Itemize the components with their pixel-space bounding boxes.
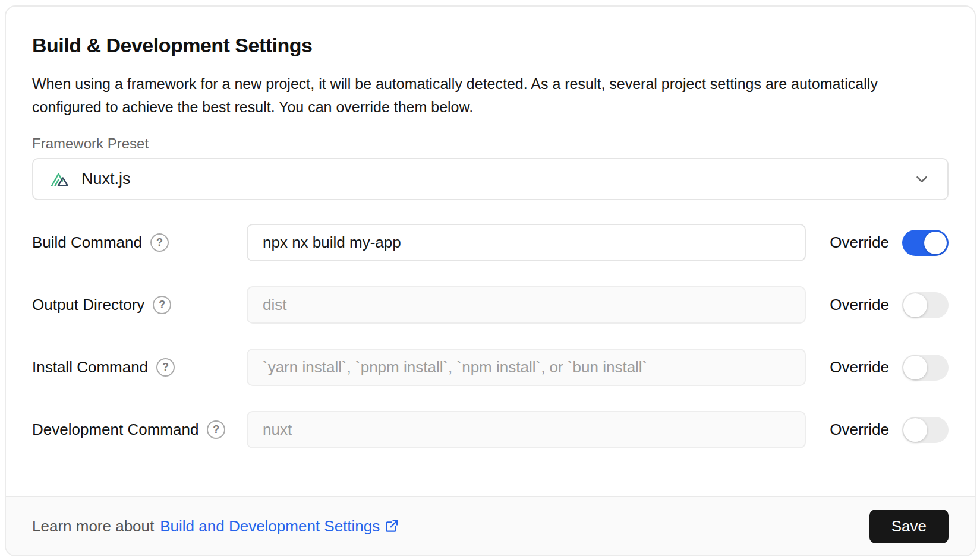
toggle-knob xyxy=(924,232,947,254)
link-text: Build and Development Settings xyxy=(160,517,380,536)
setting-row-build-command: Build Command ? Override xyxy=(32,224,949,261)
learn-more-text: Learn more about Build and Development S… xyxy=(32,517,399,536)
setting-row-development-command: Development Command ? Override xyxy=(32,411,949,448)
build-command-input[interactable] xyxy=(247,224,806,261)
description: When using a framework for a new project… xyxy=(32,72,949,119)
override-label: Override xyxy=(830,233,889,252)
card-body: Build & Development Settings When using … xyxy=(6,7,975,496)
row-label: Development Command ? xyxy=(32,420,247,439)
row-label: Install Command ? xyxy=(32,358,247,377)
development-command-input xyxy=(247,411,806,448)
override-label: Override xyxy=(830,358,889,377)
development-command-override-toggle[interactable] xyxy=(902,417,949,443)
help-icon[interactable]: ? xyxy=(150,233,169,252)
install-command-label: Install Command xyxy=(32,358,148,377)
build-dev-settings-card: Build & Development Settings When using … xyxy=(5,5,976,556)
chevron-down-icon xyxy=(913,170,931,188)
build-dev-settings-link[interactable]: Build and Development Settings xyxy=(160,517,399,536)
help-icon[interactable]: ? xyxy=(153,296,171,314)
setting-row-install-command: Install Command ? Override xyxy=(32,349,949,386)
help-icon[interactable]: ? xyxy=(156,358,175,377)
output-directory-label: Output Directory xyxy=(32,296,144,314)
setting-row-output-directory: Output Directory ? Override xyxy=(32,286,949,324)
output-directory-override-toggle[interactable] xyxy=(902,292,949,318)
toggle-knob xyxy=(903,356,927,379)
install-command-override-toggle[interactable] xyxy=(902,355,949,381)
install-command-input xyxy=(247,349,806,386)
framework-preset-label: Framework Preset xyxy=(32,135,949,152)
card-footer: Learn more about Build and Development S… xyxy=(6,496,975,555)
learn-more-prefix: Learn more about xyxy=(32,517,154,536)
help-icon[interactable]: ? xyxy=(207,420,225,439)
override-label: Override xyxy=(830,420,889,439)
row-label: Build Command ? xyxy=(32,233,247,252)
external-link-icon xyxy=(384,518,399,534)
framework-preset-select[interactable]: Nuxt.js xyxy=(32,158,949,200)
save-button[interactable]: Save xyxy=(869,510,949,543)
page-title: Build & Development Settings xyxy=(32,34,949,57)
description-line-1: When using a framework for a new project… xyxy=(32,75,878,92)
settings-rows: Build Command ? Override Output Director… xyxy=(32,224,949,448)
development-command-label: Development Command xyxy=(32,420,198,439)
description-line-2: configured to achieve the best result. Y… xyxy=(32,99,473,115)
toggle-knob xyxy=(903,418,927,442)
framework-preset-value: Nuxt.js xyxy=(81,170,131,188)
toggle-knob xyxy=(903,293,927,317)
override-label: Override xyxy=(830,296,889,314)
build-command-override-toggle[interactable] xyxy=(902,230,949,256)
output-directory-input xyxy=(247,286,806,324)
build-command-label: Build Command xyxy=(32,233,142,252)
row-label: Output Directory ? xyxy=(32,296,247,314)
nuxt-logo-icon xyxy=(50,170,72,188)
